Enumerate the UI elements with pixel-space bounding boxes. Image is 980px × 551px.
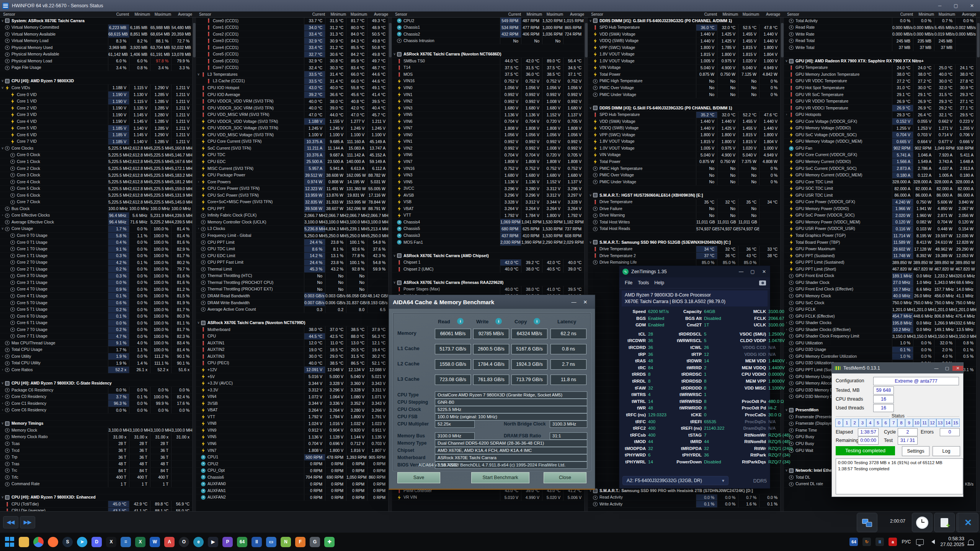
sensor-row[interactable]: Write Total37 MB37 MB37 MB [784, 44, 980, 51]
sensor-row[interactable]: Core 5 VID1.185 V1.140 V1.285 V1.211 V [0, 125, 196, 132]
sensor-row[interactable] [588, 233, 784, 240]
sensor-row[interactable]: VIN71.808 V1.800 V1.816 V1.807 V [196, 447, 392, 454]
report-button[interactable] [934, 513, 955, 532]
taskbar-app-x-app[interactable]: X [106, 537, 116, 547]
sensor-row[interactable]: GPU VR VDDIO Temperature26.9 °C26.9 °C29… [784, 98, 980, 105]
sensor-row[interactable]: Thermal Throttling (PROCHOT CPU)NoNoNo [196, 279, 392, 286]
taskbar-app-orange-tool[interactable]: F [295, 537, 305, 547]
sensor-row[interactable]: CPU2549 RPM487 RPM1,520 RPM1,015 RPM [392, 18, 588, 24]
col-sensor[interactable]: Sensor [784, 11, 895, 17]
sensor-row[interactable]: GPU Core Power (VDDCR_GFX)4.240 W0.750 W… [784, 199, 980, 206]
sensor-row[interactable]: ∨DDR5 DIMM [#3]: G.Skill F5-6400J3239G32… [588, 105, 784, 112]
sensor-row[interactable]: Average Effective Clock96.4 MHz71.6 MHz5… [0, 219, 196, 226]
collapse-icon[interactable]: ∨ [588, 192, 593, 199]
next-page-button[interactable]: ▶▶ [20, 516, 35, 528]
sensor-row[interactable]: Power Stages (Max)40.0 °C38.0 °C41.0 °C3… [392, 286, 588, 293]
sensor-row[interactable]: Core5 (CCD1)32.7 °C30.6 °C84.2 °C49.8 °C [196, 51, 392, 58]
expand-icon[interactable]: › [0, 407, 5, 414]
sensor-row[interactable]: PMIC Over VoltageNoNoNo0 % [588, 85, 784, 91]
sensor-row[interactable]: 1.0V VOUT Voltage1.005 V0.975 V1.020 V1.… [588, 145, 784, 152]
sensor-row[interactable]: 3VCC3.296 V3.280 V3.312 V3.296 V [392, 186, 588, 192]
col-average[interactable]: Average [958, 11, 979, 17]
sensor-row[interactable]: +3.3V3.312 V3.296 V3.328 V3.311 V [196, 387, 392, 394]
sensor-row[interactable]: VDDQ (SWB) Voltage1.440 V1.425 V1.455 V1… [588, 38, 784, 45]
sensor-row[interactable]: Memory Controller Clock (UCLK)3,100.0 MH… [196, 219, 392, 226]
sensor-row[interactable]: GPU Utilization1.0 %0.0 %32.0 %0.8 % [784, 340, 980, 347]
sensor-row[interactable]: Chassis1534 RPM477 RPM1,000 RPM865 RPM [392, 24, 588, 31]
thread-status-box[interactable]: 8 [897, 419, 905, 427]
expand-icon[interactable]: ∨ [0, 85, 5, 91]
sensor-row[interactable]: ∨Core Clocks5,225.5 MHz2,612.8 MHz5,225.… [0, 145, 196, 152]
sensor-row[interactable]: VIN71.808 V1.808 V1.808 V1.808 V [392, 158, 588, 165]
taskbar-app-monitor-app[interactable]: ▭ [266, 537, 276, 547]
sensor-row[interactable]: Core 4 T1 Usage0.1 %0.0 %100.0 %81.5 % [0, 293, 196, 300]
sensor-row[interactable]: GPU Memory Current (VDDIO)1.566 A1.549 A… [784, 158, 980, 165]
sensor-row[interactable]: AUXFAN20 RPM0 RPM0 RPM0 RPM [196, 494, 392, 501]
sensor-row[interactable]: Core 5 Clock5,225.5 MHz2,612.8 MHz5,225.… [0, 186, 196, 192]
sensor-row[interactable]: ∨ASRock X670E Taichi Carrara (AMD Chipse… [392, 253, 588, 259]
aida64-close-icon[interactable]: ✕ [580, 299, 591, 305]
sensor-row[interactable]: ∨Memory Timings [0, 421, 196, 427]
sensor-row[interactable]: ›Core C1 Residency96.3 %0.0 %99.9 %17.6 … [0, 400, 196, 407]
sensor-row[interactable]: 1.8V VOUT Voltage1.815 V1.800 V1.815 V1.… [588, 139, 784, 145]
sensor-row[interactable]: VTT1.792 V1.784 V1.800 V1.791 V [196, 414, 392, 421]
sensor-row[interactable]: Core 4 Clock5,225.5 MHz2,612.8 MHz5,225.… [0, 179, 196, 186]
sensor-row[interactable]: VIN60.704 V0.696 V0.712 V0.703 V [196, 440, 392, 447]
sensor-row[interactable]: VDD (SWA) Voltage1.440 V1.425 V1.455 V1.… [588, 31, 784, 38]
tray-sensors-tray[interactable]: ll [875, 538, 884, 546]
aida64-minimize-icon[interactable]: — [568, 299, 580, 305]
sensor-row[interactable]: GPU Fan902 RPM902 RPM1,049 RPM938 RPM [784, 145, 980, 152]
sensor-row[interactable]: ›Core Utility1.9 %0.0 %111.2 %90.1 % [0, 353, 196, 360]
collapse-icon[interactable]: ∨ [392, 51, 397, 58]
sensor-row[interactable]: GPU Core TDC Limit328.000 A328.000 A328.… [784, 179, 980, 186]
menu-file[interactable]: File [625, 280, 632, 285]
tm5-maximize-icon[interactable]: ▢ [942, 366, 952, 371]
sensor-row[interactable]: CPU VDDCR_SOC Voltage (SVI3 TFN)1.245 V1… [196, 125, 392, 132]
sensor-row[interactable]: GPU SoC Voltage (VDDCR_SOC)0.704 V0.703 … [784, 132, 980, 139]
sensor-row[interactable]: 3VSB3.344 V3.336 V3.352 V3.343 V [196, 400, 392, 407]
col-maximum[interactable]: Maximum [937, 11, 958, 17]
sensor-row[interactable]: GPU USR Power (VDDCR_USR)0.116 W0.103 W0… [784, 226, 980, 233]
sensor-row[interactable]: Core 6 Clock5,225.5 MHz2,612.8 MHz5,225.… [0, 192, 196, 199]
sensor-row[interactable] [0, 71, 196, 78]
sensor-row[interactable]: VIN90.912 V0.904 V0.920 V0.911 V [196, 427, 392, 434]
sensor-row[interactable]: ∨ASRock X670E Taichi Carrara (Nuvoton NC… [196, 320, 392, 327]
sensor-row[interactable]: Motherboard38.0 °C37.0 °C38.5 °C37.9 °C [196, 326, 392, 333]
scrollbar[interactable] [192, 18, 196, 511]
collapse-icon[interactable]: ∨ [0, 78, 5, 85]
taskbar-app-notepadpp[interactable]: N [281, 537, 291, 547]
sensor-row[interactable]: ›L3 Clocks5,236.8 MHz4,834.3 MHz5,239.1 … [196, 226, 392, 233]
sensor-row[interactable]: Core 6 T0 Usage0.1 %0.0 %100.0 %80.3 % [0, 313, 196, 320]
sensor-row[interactable]: VIN41.072 V1.064 V1.080 V1.071 V [196, 394, 392, 401]
taskbar-app-calculator[interactable]: = [121, 537, 131, 547]
taskbar-app-hwinfo[interactable]: ll [252, 537, 262, 547]
sensor-row[interactable]: GPU Memory Current (VDDCI_MEM)0.180 A0.1… [784, 172, 980, 179]
sensor-row[interactable]: VIN20.992 V0.992 V1.008 V0.992 V [392, 145, 588, 152]
taskbar-app-green-tool[interactable]: ✚ [324, 537, 335, 547]
sensor-row[interactable]: CPU SoC Power (SVI3 TFN)13.959 W13.876 W… [196, 192, 392, 199]
sensor-row[interactable]: VIN01.056 V1.056 V1.056 V1.056 V [392, 132, 588, 139]
collapse-icon[interactable]: ∨ [392, 279, 397, 286]
sensor-row[interactable]: Core6 (CCD1)32.9 °C30.8 °C85.9 °C49.7 °C [196, 58, 392, 65]
collapse-icon[interactable]: ∨ [392, 253, 397, 259]
col-sensor[interactable]: Sensor [0, 11, 111, 17]
collapse-icon[interactable]: ∨ [0, 494, 5, 501]
sensor-row[interactable]: ›Core Ratios52.2 x26.1 x52.2 x51.6 x [0, 367, 196, 373]
sensor-row[interactable]: Trfc400 T400 T400 T [0, 474, 196, 481]
sensor-row[interactable]: GPU VR VDDC Temperature27.2 °C27.2 °C30.… [784, 78, 980, 85]
sensor-row[interactable]: Trcd36 T36 T36 T [0, 447, 196, 454]
sensor-row[interactable]: Core 1 Clock5,225.5 MHz2,612.8 MHz5,225.… [0, 158, 196, 165]
sensor-row[interactable]: CPU TDC Limit8.6 %8.1 %92.6 %37.6 % [196, 246, 392, 253]
tm5-minimize-icon[interactable]: — [931, 366, 942, 370]
tray-clock[interactable]: 0:58:33 27.02.2025 [940, 536, 964, 548]
sensor-row[interactable]: Core4 (CCD1)33.4 °C31.2 °C85.5 °C50.8 °C [196, 44, 392, 51]
menu-help[interactable]: Help [654, 280, 664, 285]
sensor-row[interactable]: VIN01.056 V1.056 V1.056 V1.056 V [392, 85, 588, 91]
scrollbar[interactable] [976, 18, 980, 511]
start-button[interactable] [4, 537, 15, 547]
col-minimum[interactable]: Minimum [132, 11, 153, 17]
col-maximum[interactable]: Maximum [741, 11, 762, 17]
sensor-row[interactable]: CPU IOD Hotspot43.0 °C40.0 °C55.8 °C49.1… [196, 85, 392, 91]
sensor-row[interactable]: Total Board Power (TBP)11.589 W8.413 W24… [784, 239, 980, 246]
expand-icon[interactable]: › [0, 212, 5, 219]
